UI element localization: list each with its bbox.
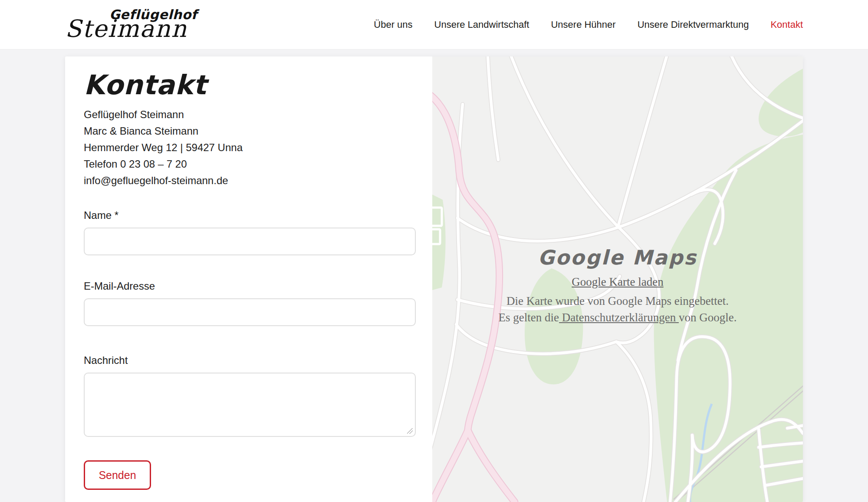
page-title: Kontakt — [84, 69, 415, 100]
email-field-group: E-Mail-Adresse — [84, 280, 415, 326]
send-button[interactable]: Senden — [84, 460, 151, 490]
address-block: Geflügelhof Steimann Marc & Bianca Steim… — [84, 106, 415, 189]
site-header: Geflügelhof Steimann Über uns Unsere Lan… — [0, 0, 868, 50]
map-consent-overlay: Google Maps Google Karte laden Die Karte… — [432, 246, 803, 326]
name-field-group: Name * — [84, 209, 415, 255]
resize-handle-icon[interactable] — [407, 428, 413, 434]
privacy-policy-link[interactable]: Datenschutzerklärungen — [559, 311, 679, 324]
map-consent-line-2: Es gelten die Datenschutzerklärungen von… — [432, 309, 803, 326]
name-input[interactable] — [84, 228, 416, 255]
email-input[interactable] — [84, 298, 416, 326]
google-maps-watermark: Google Maps — [432, 246, 803, 269]
consent-text-prefix: Es gelten die — [499, 311, 559, 324]
site-logo[interactable]: Geflügelhof Steimann — [65, 8, 197, 41]
consent-text-suffix: von Google. — [679, 311, 736, 324]
message-field-group: Nachricht — [84, 354, 415, 437]
load-map-link[interactable]: Google Karte laden — [572, 274, 663, 289]
content-card: Kontakt Geflügelhof Steimann Marc & Bian… — [65, 56, 803, 502]
name-label: Name * — [84, 209, 415, 222]
message-label: Nachricht — [84, 354, 415, 367]
logo-line-2: Steimann — [65, 17, 197, 41]
address-line: Marc & Bianca Steimann — [84, 123, 415, 139]
email-label: E-Mail-Adresse — [84, 280, 415, 293]
nav-item-ueber-uns[interactable]: Über uns — [374, 19, 412, 30]
contact-pane: Kontakt Geflügelhof Steimann Marc & Bian… — [65, 56, 432, 502]
map-consent-line-1: Die Karte wurde von Google Maps eingebet… — [432, 293, 803, 309]
nav-item-kontakt[interactable]: Kontakt — [770, 19, 803, 30]
message-textarea[interactable] — [84, 373, 416, 437]
address-line: Geflügelhof Steimann — [84, 106, 415, 123]
map-pane: Google Maps Google Karte laden Die Karte… — [432, 56, 803, 502]
nav-item-huehner[interactable]: Unsere Hühner — [551, 19, 615, 30]
email-line: info@gefluegelhof-steimann.de — [84, 172, 415, 189]
main-nav: Über uns Unsere Landwirtschaft Unsere Hü… — [374, 19, 803, 30]
phone-line: Telefon 0 23 08 – 7 20 — [84, 156, 415, 172]
address-line: Hemmerder Weg 12 | 59427 Unna — [84, 139, 415, 156]
nav-item-direktvermarktung[interactable]: Unsere Direktvermarktung — [638, 19, 749, 30]
nav-item-landwirtschaft[interactable]: Unsere Landwirtschaft — [434, 19, 529, 30]
